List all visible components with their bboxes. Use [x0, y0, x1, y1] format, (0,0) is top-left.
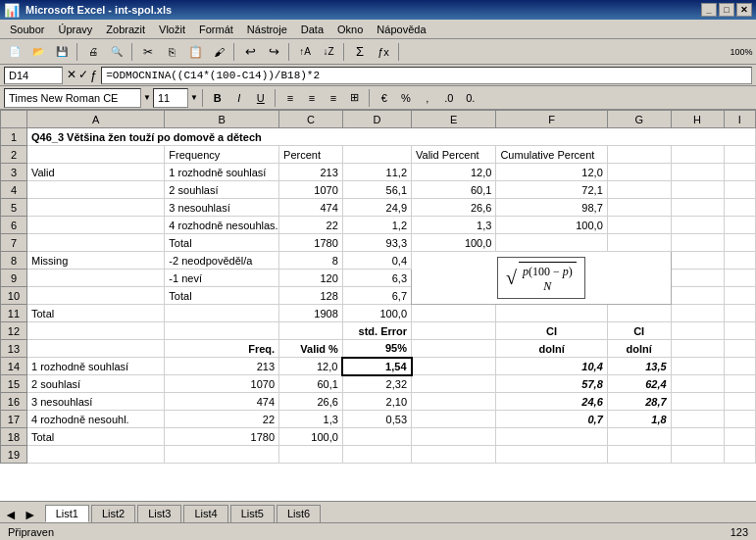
cell-g6[interactable]: [607, 217, 671, 234]
maximize-button[interactable]: □: [719, 3, 734, 17]
cell-c17[interactable]: 1,3: [279, 411, 343, 428]
cell-b18[interactable]: 1780: [165, 428, 279, 446]
cell-e7[interactable]: 100,0: [412, 234, 496, 252]
col-header-d[interactable]: D: [342, 111, 411, 128]
cell-e3[interactable]: 12,0: [412, 164, 496, 181]
cell-d14[interactable]: 1,54: [342, 358, 411, 375]
cell-b2[interactable]: Frequency: [165, 146, 279, 164]
cell-a18[interactable]: Total: [26, 428, 164, 446]
cell-c7[interactable]: 1780: [279, 234, 343, 252]
tab-list5[interactable]: List5: [230, 505, 275, 522]
merge-button[interactable]: ⊞: [345, 88, 365, 108]
row-header-3[interactable]: 3: [1, 164, 27, 181]
cell-c4[interactable]: 1070: [279, 181, 343, 199]
cell-i4[interactable]: [724, 181, 755, 199]
format-painter-button[interactable]: 🖌: [208, 42, 229, 62]
cell-i9[interactable]: [724, 270, 755, 287]
cell-f15[interactable]: 57,8: [496, 375, 607, 393]
cell-e17[interactable]: [412, 411, 496, 428]
cell-i15[interactable]: [724, 375, 755, 393]
cell-h10[interactable]: [671, 287, 724, 305]
cell-b12[interactable]: [165, 322, 279, 340]
tab-list6[interactable]: List6: [277, 505, 321, 522]
row-header-18[interactable]: 18: [1, 428, 27, 446]
col-header-i[interactable]: I: [724, 111, 755, 128]
cell-i14[interactable]: [724, 358, 755, 375]
sort-asc-button[interactable]: ↑A: [294, 42, 316, 62]
cell-g14[interactable]: 13,5: [607, 358, 671, 375]
cell-a10[interactable]: [26, 287, 164, 305]
cell-i19[interactable]: [724, 446, 755, 464]
cell-reference[interactable]: D14: [4, 67, 63, 84]
cell-b8[interactable]: -2 neodpověděl/a: [165, 252, 279, 270]
cell-a13[interactable]: [26, 340, 164, 358]
cell-c9[interactable]: 120: [279, 270, 343, 287]
cell-b11[interactable]: [165, 305, 279, 322]
cell-e16[interactable]: [412, 393, 496, 411]
cell-a3[interactable]: Valid: [26, 164, 164, 181]
tab-scroll-left-icon[interactable]: ◄: [4, 507, 18, 522]
cell-i17[interactable]: [724, 411, 755, 428]
cell-f13[interactable]: dolní: [496, 340, 607, 358]
cell-c16[interactable]: 26,6: [279, 393, 343, 411]
bold-button[interactable]: B: [208, 88, 227, 108]
col-header-f[interactable]: F: [496, 111, 607, 128]
tab-list3[interactable]: List3: [137, 505, 181, 522]
row-header-7[interactable]: 7: [1, 234, 27, 252]
cell-c12[interactable]: [279, 322, 343, 340]
cell-b16[interactable]: 474: [165, 393, 279, 411]
cell-g11[interactable]: [607, 305, 671, 322]
cell-a8[interactable]: Missing: [26, 252, 164, 270]
cell-c6[interactable]: 22: [279, 217, 343, 234]
cell-e13[interactable]: [412, 340, 496, 358]
font-size-input[interactable]: 11: [153, 88, 188, 108]
cell-c3[interactable]: 213: [279, 164, 343, 181]
cell-a7[interactable]: [26, 234, 164, 252]
cell-h7[interactable]: [671, 234, 724, 252]
cell-a6[interactable]: [26, 217, 164, 234]
cell-c5[interactable]: 474: [279, 199, 343, 217]
cell-g18[interactable]: [607, 428, 671, 446]
cell-f7[interactable]: [496, 234, 607, 252]
cell-h5[interactable]: [671, 199, 724, 217]
print-preview-button[interactable]: 🔍: [106, 42, 127, 62]
cell-g3[interactable]: [607, 164, 671, 181]
menu-okno[interactable]: Okno: [331, 22, 369, 37]
align-center-button[interactable]: ≡: [302, 88, 322, 108]
cell-h12[interactable]: [671, 322, 724, 340]
cell-a16[interactable]: 3 nesouhlasí: [26, 393, 164, 411]
cell-f19[interactable]: [496, 446, 607, 464]
cell-a11[interactable]: Total: [26, 305, 164, 322]
cell-d4[interactable]: 56,1: [342, 181, 411, 199]
cell-a12[interactable]: [26, 322, 164, 340]
cell-f17[interactable]: 0,7: [496, 411, 607, 428]
cell-i10[interactable]: [724, 287, 755, 305]
cell-b13[interactable]: Freq.: [165, 340, 279, 358]
font-name-input[interactable]: Times New Roman CE: [4, 88, 141, 108]
comma-button[interactable]: ,: [418, 88, 437, 108]
row-header-9[interactable]: 9: [1, 270, 27, 287]
cell-e4[interactable]: 60,1: [412, 181, 496, 199]
cell-e19[interactable]: [412, 446, 496, 464]
cell-h19[interactable]: [671, 446, 724, 464]
italic-button[interactable]: I: [229, 88, 249, 108]
menu-upravy[interactable]: Úpravy: [52, 22, 98, 37]
cell-g19[interactable]: [607, 446, 671, 464]
cell-b15[interactable]: 1070: [165, 375, 279, 393]
new-button[interactable]: 📄: [4, 42, 25, 62]
cell-a19[interactable]: [26, 446, 164, 464]
cell-a5[interactable]: [26, 199, 164, 217]
col-header-b[interactable]: B: [165, 111, 279, 128]
minimize-button[interactable]: _: [701, 3, 717, 17]
cell-a14[interactable]: 1 rozhodně souhlasí: [26, 358, 164, 375]
cell-b10[interactable]: Total: [165, 287, 279, 305]
row-header-15[interactable]: 15: [1, 375, 27, 393]
formula-input[interactable]: =ODMOCNINA((C14*(100-C14))/B18)*2: [101, 67, 752, 84]
cell-a9[interactable]: [26, 270, 164, 287]
cell-h2[interactable]: [671, 146, 724, 164]
cell-d3[interactable]: 11,2: [342, 164, 411, 181]
cell-h4[interactable]: [671, 181, 724, 199]
cell-b3[interactable]: 1 rozhodně souhlasí: [165, 164, 279, 181]
cell-e11[interactable]: [412, 305, 496, 322]
cell-h3[interactable]: [671, 164, 724, 181]
